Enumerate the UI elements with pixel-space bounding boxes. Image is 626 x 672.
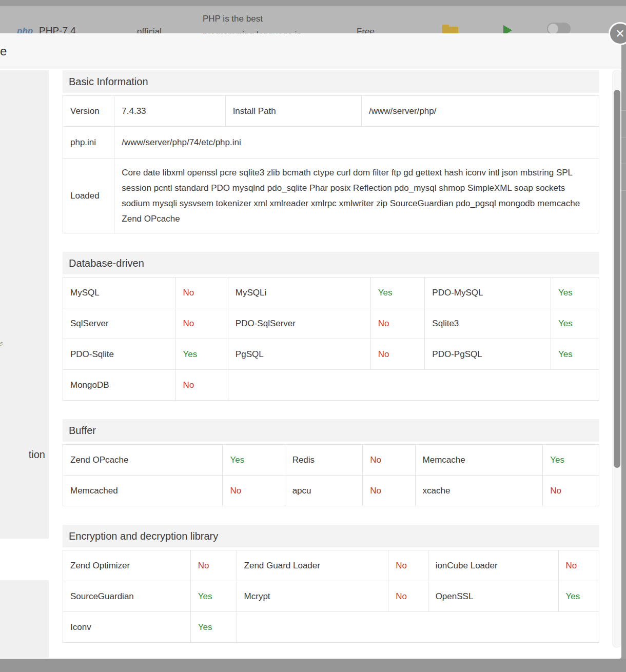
status-cell: Yes (551, 339, 599, 370)
label-cell: php.ini (63, 127, 114, 159)
label-cell: PDO-Sqlite (63, 339, 175, 370)
status-cell: No (558, 550, 599, 581)
sidebar-item-partial-top[interactable]: s (0, 339, 3, 349)
label-cell: MySQL (63, 278, 175, 308)
section-database-driven: Database-drivenMySQLNoMySQLiYesPDO-MySQL… (63, 252, 599, 401)
table-row: MongoDBNo (63, 370, 599, 401)
label-cell: OpenSSL (428, 581, 558, 612)
status-cell: Yes (558, 581, 599, 612)
label-cell: MongoDB (63, 370, 175, 401)
status-cell: No (388, 550, 428, 581)
section-table: Zend OPcacheYesRedisNoMemcacheYesMemcach… (63, 444, 599, 506)
php-info-modal: e s tion Basic InformationVersion7.4.33I… (0, 33, 621, 659)
status-cell: No (175, 308, 228, 339)
status-cell: No (370, 339, 425, 370)
sidebar-item-partial[interactable]: tion (29, 449, 45, 461)
table-row: LoadedCore date libxml openssl pcre sqli… (63, 159, 599, 233)
status-cell: Yes (551, 278, 599, 308)
modal-sidebar: s tion (0, 70, 49, 539)
status-cell: No (388, 581, 428, 612)
value-cell: /www/server/php/74/etc/php.ini (114, 127, 599, 159)
label-cell: apcu (285, 476, 363, 506)
modal-sidebar-lower (0, 580, 49, 658)
table-row: Version7.4.33Install Path/www/server/php… (63, 96, 599, 127)
section-buffer: BufferZend OPcacheYesRedisNoMemcacheYesM… (63, 419, 599, 506)
table-row: Zend OPcacheYesRedisNoMemcacheYes (63, 445, 599, 476)
label-cell: Zend OPcache (63, 445, 223, 476)
status-cell: Yes (551, 308, 599, 339)
section-basic-information: Basic InformationVersion7.4.33Install Pa… (63, 70, 599, 233)
section-table: Zend OptimizerNoZend Guard LoaderNoionCu… (63, 550, 599, 643)
section-title: Encryption and decryption library (63, 525, 599, 547)
status-cell: No (223, 476, 285, 506)
status-cell: Yes (543, 445, 599, 476)
label-cell: Loaded (63, 159, 114, 233)
status-cell: Yes (370, 278, 425, 308)
label-cell: SqlServer (63, 308, 175, 339)
label-cell: Install Path (225, 96, 361, 127)
label-cell: xcache (415, 476, 543, 506)
label-cell: Redis (285, 445, 363, 476)
status-cell: Yes (223, 445, 285, 476)
section-title: Basic Information (63, 70, 599, 93)
table-row: MemcachedNoapcuNoxcacheNo (63, 476, 599, 506)
status-cell: No (363, 476, 415, 506)
table-row: SourceGuardianYesMcryptNoOpenSSLYes (63, 581, 599, 612)
section-encryption-and-decryption-library: Encryption and decryption libraryZend Op… (63, 525, 599, 643)
label-cell: Sqlite3 (425, 308, 551, 339)
status-cell: Yes (190, 581, 237, 612)
section-title: Database-driven (63, 252, 599, 274)
value-cell: 7.4.33 (114, 96, 225, 127)
status-cell: No (175, 370, 228, 401)
scrollbar-track[interactable] (613, 70, 621, 647)
label-cell: SourceGuardian (63, 581, 191, 612)
label-cell: ionCube Loader (428, 550, 558, 581)
value-cell: /www/server/php/ (362, 96, 599, 127)
section-table: Version7.4.33Install Path/www/server/php… (63, 95, 599, 233)
label-cell: PgSQL (228, 339, 370, 370)
value-cell: Core date libxml openssl pcre sqlite3 zl… (114, 159, 599, 233)
label-cell: Mcrypt (237, 581, 388, 612)
background-right-edge (621, 33, 626, 659)
section-title: Buffer (63, 419, 599, 442)
table-row: MySQLNoMySQLiYesPDO-MySQLYes (63, 278, 599, 308)
table-row: php.ini/www/server/php/74/etc/php.ini (63, 127, 599, 159)
status-cell: No (175, 278, 228, 308)
label-cell (228, 370, 599, 401)
table-row: Zend OptimizerNoZend Guard LoaderNoionCu… (63, 550, 599, 581)
modal-title-partial: e (0, 44, 7, 58)
label-cell: Memcache (415, 445, 543, 476)
status-cell: Yes (175, 339, 228, 370)
scrollbar-thumb[interactable] (614, 90, 620, 468)
divider (621, 137, 626, 137)
toggle-knob (548, 24, 558, 34)
label-cell: Zend Optimizer (63, 550, 191, 581)
label-cell: MySQLi (228, 278, 370, 308)
section-table: MySQLNoMySQLiYesPDO-MySQLYesSqlServerNoP… (63, 277, 599, 401)
label-cell (237, 612, 599, 643)
modal-sections: Basic InformationVersion7.4.33Install Pa… (63, 70, 599, 661)
table-row: IconvYes (63, 612, 599, 643)
divider (621, 190, 626, 191)
label-cell: Version (63, 96, 114, 127)
table-row: PDO-SqliteYesPgSQLNoPDO-PgSQLYes (63, 339, 599, 370)
label-cell: PDO-MySQL (425, 278, 551, 308)
modal-header: e (0, 33, 621, 69)
label-cell: Zend Guard Loader (237, 550, 388, 581)
label-cell: Memcached (63, 476, 223, 506)
background-page-header-strip (0, 0, 626, 6)
background-description-line1: PHP is the best (203, 11, 302, 27)
table-row: SqlServerNoPDO-SqlServerNoSqlite3Yes (63, 308, 599, 339)
label-cell: PDO-SqlServer (228, 308, 370, 339)
status-cell: No (543, 476, 599, 506)
status-cell: Yes (190, 612, 237, 643)
label-cell: PDO-PgSQL (425, 339, 551, 370)
status-cell: No (370, 308, 425, 339)
divider (621, 164, 626, 164)
label-cell: Iconv (63, 612, 191, 643)
status-cell: No (190, 550, 237, 581)
divider (621, 110, 626, 111)
status-cell: No (363, 445, 415, 476)
